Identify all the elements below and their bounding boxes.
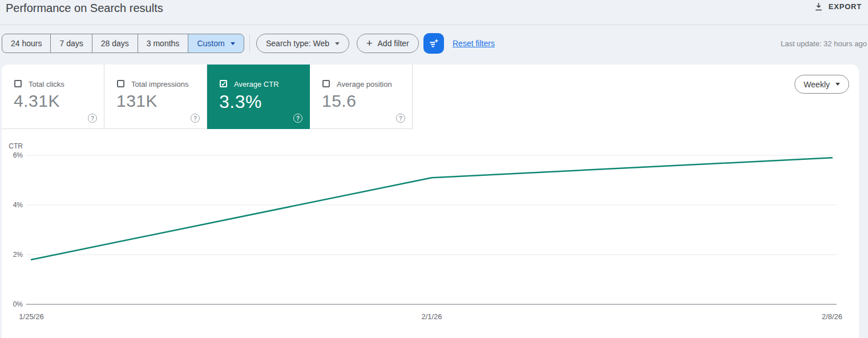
- reset-filters-link[interactable]: Reset filters: [453, 34, 495, 53]
- date-range-label: 24 hours: [11, 39, 42, 48]
- header-divider: [0, 25, 868, 25]
- search-type-label: Search type: Web: [266, 39, 329, 48]
- metric-card-average-position[interactable]: Average position 15.6: [310, 65, 413, 129]
- chevron-down-icon: [335, 42, 340, 45]
- metric-card-total-clicks[interactable]: Total clicks 4.31K: [2, 65, 104, 129]
- y-tick-label: 4%: [13, 201, 23, 209]
- filter-sparkle-button[interactable]: [423, 33, 444, 54]
- x-axis-label: 1/25/26: [19, 312, 43, 321]
- ctr-line-chart[interactable]: 0%2%4%6%CTR1/25/262/1/262/8/26: [2, 137, 859, 331]
- checkbox-total-impressions[interactable]: [117, 80, 124, 87]
- y-axis-title: CTR: [9, 142, 23, 150]
- metric-value: 4.31K: [14, 91, 60, 111]
- filter-bar-divider: [249, 34, 250, 53]
- chevron-down-icon: [231, 42, 235, 45]
- y-tick-label: 2%: [13, 251, 23, 259]
- metric-label: Total impressions: [131, 80, 188, 88]
- metric-label: Average CTR: [234, 80, 279, 88]
- x-axis-label: 2/8/26: [822, 312, 842, 321]
- date-range-24-hours[interactable]: 24 hours: [2, 34, 51, 53]
- granularity-dropdown[interactable]: Weekly: [794, 75, 849, 94]
- metric-card-total-impressions[interactable]: Total impressions 131K: [104, 65, 207, 129]
- date-range-custom[interactable]: Custom: [188, 34, 244, 53]
- date-range-label: 3 months: [147, 39, 180, 48]
- y-tick-label: 0%: [13, 300, 23, 308]
- metric-label: Average position: [337, 80, 392, 88]
- date-range-7-days[interactable]: 7 days: [50, 34, 92, 53]
- ctr-line: [31, 158, 832, 259]
- granularity-label: Weekly: [804, 80, 830, 89]
- metric-card-average-ctr[interactable]: Average CTR 3.3%: [207, 65, 310, 129]
- metric-label: Total clicks: [29, 80, 64, 88]
- date-range-28-days[interactable]: 28 days: [92, 34, 138, 53]
- checkbox-total-clicks[interactable]: [14, 80, 22, 87]
- date-range-label: 28 days: [101, 39, 129, 48]
- x-axis-label: 2/1/26: [421, 312, 442, 321]
- date-range-group: 24 hours 7 days 28 days 3 months Custom: [2, 34, 244, 53]
- last-update-text: Last update: 32 hours ago: [781, 34, 867, 53]
- y-tick-label: 6%: [13, 151, 23, 159]
- add-filter-button[interactable]: Add filter: [357, 34, 419, 53]
- chevron-down-icon: [835, 83, 840, 86]
- report-panel: Total clicks 4.31K Total impressions 131…: [2, 65, 859, 338]
- export-label: EXPORT: [829, 2, 862, 11]
- help-icon[interactable]: [293, 114, 302, 123]
- metric-value: 15.6: [322, 91, 356, 111]
- page-title: Performance on Search results: [6, 1, 163, 15]
- metric-value: 131K: [116, 91, 158, 111]
- metric-value: 3.3%: [219, 91, 262, 112]
- export-button[interactable]: EXPORT: [814, 2, 862, 11]
- download-icon: [814, 2, 823, 11]
- checkbox-average-position[interactable]: [322, 80, 330, 87]
- date-range-label: Custom: [197, 39, 224, 48]
- checkbox-average-ctr[interactable]: [220, 80, 227, 87]
- add-filter-label: Add filter: [378, 39, 409, 48]
- help-icon[interactable]: [88, 114, 97, 123]
- date-range-3-months[interactable]: 3 months: [138, 34, 189, 53]
- filter-sparkle-icon: [427, 37, 440, 50]
- date-range-label: 7 days: [59, 39, 83, 48]
- help-icon[interactable]: [191, 114, 200, 123]
- help-icon[interactable]: [396, 114, 405, 123]
- search-type-button[interactable]: Search type: Web: [256, 34, 349, 53]
- plus-icon: [366, 38, 373, 49]
